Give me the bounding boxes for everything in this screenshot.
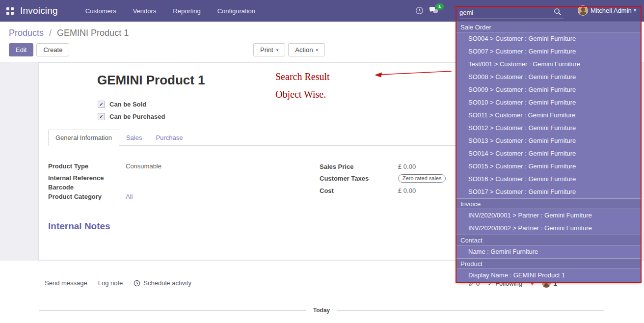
search-result-item[interactable]: SO010 > Customer : Gemini Furniture	[456, 96, 641, 109]
can-be-purchased-checkbox[interactable]: ✓ Can be Purchased	[98, 113, 165, 120]
internal-notes-heading: Internal Notes	[48, 221, 110, 232]
field-label: Product Category	[48, 193, 126, 200]
annotation-line-1: Search Result	[275, 71, 330, 82]
annotation-line-2: Object Wise.	[275, 88, 330, 100]
search-results-dropdown: Sale Order SO004 > Customer : Gemini Fur…	[456, 22, 641, 282]
field-label: Barcode	[48, 184, 126, 191]
app-name[interactable]: Invoicing	[20, 5, 58, 16]
breadcrumb-separator: /	[49, 28, 52, 38]
print-label: Print	[260, 46, 273, 54]
search-result-item[interactable]: SO009 > Customer : Gemini Furniture	[456, 83, 641, 96]
field-label: Cost	[320, 187, 398, 194]
field-product-category: Product Category All	[48, 193, 161, 200]
user-menu[interactable]: Mitchell Admin	[590, 7, 632, 14]
schedule-activity-label: Schedule activity	[143, 279, 191, 287]
chatter-toolbar: Send message Log note Schedule activity	[45, 279, 191, 287]
search-result-item[interactable]: SO017 > Customer : Gemini Furniture	[456, 186, 641, 198]
field-label: Sales Price	[320, 163, 398, 170]
annotation-arrow	[369, 67, 456, 80]
breadcrumb: Products / GEMINI Product 1	[9, 28, 129, 38]
caret-down-icon: ▾	[316, 48, 318, 53]
search-result-item[interactable]: INV/2020/0002 > Partner : Gemini Furnitu…	[456, 222, 641, 235]
search-icon[interactable]	[554, 8, 562, 16]
global-search-input[interactable]	[459, 6, 564, 19]
search-group-invoice: Invoice	[456, 198, 641, 209]
schedule-activity-button[interactable]: Schedule activity	[134, 279, 191, 287]
field-cost: Cost £ 0.00	[320, 187, 446, 194]
annotation-text: Search Result Object Wise.	[275, 71, 330, 100]
tab-sales[interactable]: Sales	[119, 130, 149, 145]
field-product-type: Product Type Consumable	[48, 162, 161, 170]
search-result-item[interactable]: SO014 > Customer : Gemini Furniture	[456, 147, 641, 160]
log-note-button[interactable]: Log note	[98, 279, 123, 287]
search-group-product: Product	[456, 258, 641, 269]
message-count-badge: 1	[435, 3, 444, 10]
messages-icon[interactable]: 1	[429, 6, 438, 16]
right-field-column: Sales Price £ 0.00 Customer Taxes Zero r…	[320, 162, 446, 198]
field-value: £ 0.00	[398, 187, 416, 194]
field-value: Consumable	[126, 162, 161, 170]
menu-configuration[interactable]: Configuration	[217, 7, 255, 15]
apps-menu-icon[interactable]	[6, 7, 14, 15]
tab-general-information[interactable]: General Information	[48, 130, 119, 146]
search-group-sale-order: Sale Order	[456, 22, 641, 32]
caret-down-icon: ▾	[276, 48, 279, 53]
search-result-item[interactable]: SO012 > Customer : Gemini Furniture	[456, 122, 641, 135]
can-be-purchased-label: Can be Purchased	[109, 113, 165, 120]
field-label: Product Type	[48, 162, 126, 170]
action-label: Action	[295, 46, 313, 54]
user-menu-caret-icon[interactable]: ▾	[634, 7, 636, 13]
can-be-sold-checkbox[interactable]: ✓ Can be Sold	[98, 101, 146, 108]
search-result-item[interactable]: SO004 > Customer : Gemini Furniture	[456, 32, 641, 45]
search-result-item[interactable]: SO007 > Customer : Gemini Furniture	[456, 45, 641, 58]
field-barcode: Barcode	[48, 184, 161, 191]
field-label: Customer Taxes	[320, 175, 398, 182]
product-title: GEMINI Product 1	[97, 73, 205, 88]
checkbox-checked-icon: ✓	[98, 113, 105, 120]
search-result-item[interactable]: Display Name : GEMINI Product 1	[456, 269, 641, 282]
field-label: Internal Reference	[48, 174, 126, 182]
field-sales-price: Sales Price £ 0.00	[320, 162, 446, 170]
form-buttons: Edit Create	[9, 43, 69, 56]
print-dropdown-button[interactable]: Print ▾	[253, 43, 285, 56]
search-result-item[interactable]: SO013 > Customer : Gemini Furniture	[456, 135, 641, 147]
product-category-link[interactable]: All	[126, 193, 133, 200]
today-label: Today	[313, 307, 330, 314]
action-dropdown-button[interactable]: Action ▾	[288, 43, 325, 56]
screen: Invoicing Customers Vendors Reporting Co…	[0, 0, 644, 323]
schedule-clock-icon	[134, 280, 140, 287]
print-action-buttons: Print ▾ Action ▾	[253, 43, 325, 56]
customer-tax-tag: Zero rated sales	[398, 174, 446, 183]
menu-vendors[interactable]: Vendors	[133, 7, 157, 15]
menu-reporting[interactable]: Reporting	[173, 7, 200, 15]
user-avatar[interactable]	[578, 5, 588, 16]
field-customer-taxes: Customer Taxes Zero rated sales	[320, 174, 446, 183]
search-result-item[interactable]: INV/2020/0001 > Partner : Gemini Furnitu…	[456, 209, 641, 222]
menu-customers[interactable]: Customers	[85, 7, 116, 15]
can-be-sold-label: Can be Sold	[109, 101, 146, 108]
today-divider: Today	[39, 307, 604, 314]
search-result-item[interactable]: Test/001 > Customer : Gemini Furniture	[456, 58, 641, 71]
breadcrumb-products-link[interactable]: Products	[9, 28, 44, 38]
main-menu: Customers Vendors Reporting Configuratio…	[85, 7, 255, 15]
checkbox-checked-icon: ✓	[98, 101, 105, 108]
search-result-item[interactable]: SO015 > Customer : Gemini Furniture	[456, 160, 641, 173]
activities-clock-icon[interactable]	[415, 6, 424, 15]
search-result-item[interactable]: Name : Gemini Furniture	[456, 245, 641, 258]
field-internal-reference: Internal Reference	[48, 174, 161, 182]
search-result-item[interactable]: SO008 > Customer : Gemini Furniture	[456, 71, 641, 83]
left-field-column: Product Type Consumable Internal Referen…	[48, 162, 161, 202]
search-group-contact: Contact	[456, 235, 641, 245]
edit-button[interactable]: Edit	[9, 43, 33, 56]
breadcrumb-current: GEMINI Product 1	[57, 28, 129, 38]
search-result-item[interactable]: SO011 > Customer : Gemini Furniture	[456, 109, 641, 122]
field-value: £ 0.00	[398, 163, 416, 170]
search-result-item[interactable]: SO016 > Customer : Gemini Furniture	[456, 173, 641, 186]
tab-purchase[interactable]: Purchase	[149, 130, 189, 145]
create-button[interactable]: Create	[36, 43, 69, 56]
send-message-button[interactable]: Send message	[45, 279, 87, 287]
